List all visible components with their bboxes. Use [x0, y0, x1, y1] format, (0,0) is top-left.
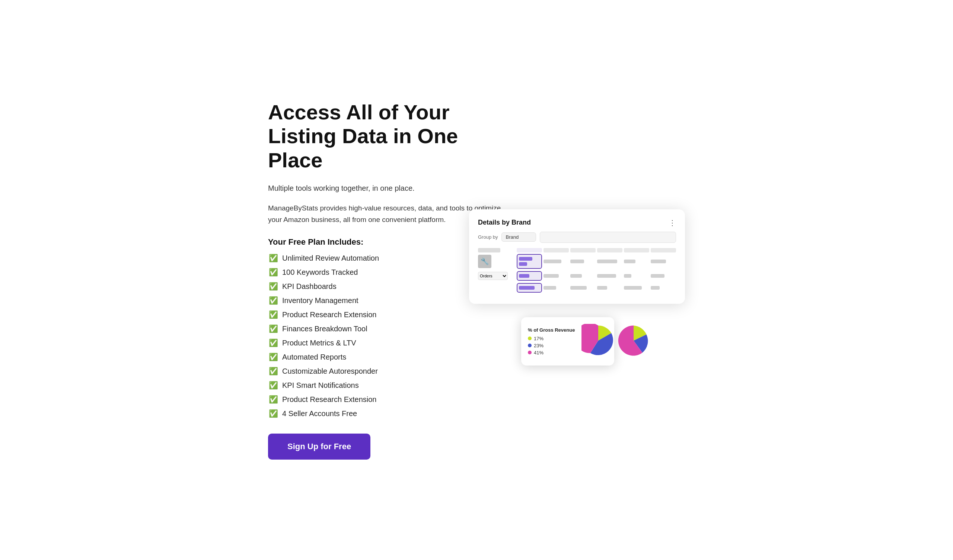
check-icon: ✅ [268, 323, 278, 334]
feature-label: Finances Breakdown Tool [282, 323, 368, 334]
check-icon: ✅ [268, 295, 278, 306]
feature-item: ✅KPI Smart Notifications [268, 380, 506, 390]
dashboard-header: Details by Brand ⋮ [478, 218, 676, 227]
feature-item: ✅Customizable Autoresponder [268, 366, 506, 376]
group-by-row: Group by Brand Category SKU [478, 232, 676, 243]
feature-label: Product Metrics & LTV [282, 338, 356, 348]
feature-label: Product Research Extension [282, 309, 376, 320]
feature-item: ✅Finances Breakdown Tool [268, 323, 506, 334]
check-icon: ✅ [268, 253, 278, 263]
check-icon: ✅ [268, 352, 278, 362]
table-row-2: Orders [478, 271, 676, 281]
feature-label: Product Research Extension [282, 394, 376, 405]
pie-chart-svg [582, 324, 650, 359]
product-image: 🔧 [478, 255, 491, 268]
check-icon: ✅ [268, 408, 278, 419]
page-container: Access All of Your Listing Data in One P… [238, 78, 715, 482]
dashboard-title: Details by Brand [478, 219, 531, 226]
feature-label: Automated Reports [282, 352, 346, 362]
signup-button[interactable]: Sign Up for Free [268, 433, 370, 459]
pie-chart-content: % of Gross Revenue 17% 23% 41% [528, 327, 575, 356]
table-row-3 [478, 283, 676, 292]
selected-column-cell [517, 254, 542, 269]
group-by-select[interactable]: Brand Category SKU [501, 232, 536, 242]
check-icon: ✅ [268, 338, 278, 348]
feature-label: 100 Keywords Tracked [282, 267, 358, 277]
feature-item: ✅Product Research Extension [268, 309, 506, 320]
selected-column-cell-3 [517, 283, 542, 292]
more-options-icon[interactable]: ⋮ [669, 218, 676, 227]
feature-item: ✅Automated Reports [268, 352, 506, 362]
feature-label: KPI Smart Notifications [282, 380, 359, 390]
table-row: 🔧 [478, 254, 676, 269]
check-icon: ✅ [268, 380, 278, 390]
check-icon: ✅ [268, 309, 278, 320]
legend-value-3: 41% [534, 350, 543, 356]
page-title: Access All of Your Listing Data in One P… [268, 101, 506, 172]
selected-column-cell-2 [517, 271, 542, 281]
pie-chart-card: % of Gross Revenue 17% 23% 41% [521, 317, 614, 365]
right-column: Details by Brand ⋮ Group by Brand Catego… [529, 209, 685, 351]
table-area: 🔧 Orders [478, 248, 676, 292]
pie-title: % of Gross Revenue [528, 327, 575, 333]
feature-label: Inventory Management [282, 295, 359, 306]
check-icon: ✅ [268, 281, 278, 292]
subtitle: Multiple tools working together, in one … [268, 183, 506, 194]
check-icon: ✅ [268, 267, 278, 277]
search-bar[interactable] [540, 232, 676, 243]
legend-item-3: 41% [528, 350, 575, 356]
feature-label: Customizable Autoresponder [282, 366, 378, 376]
legend-dot-3 [528, 351, 532, 354]
check-icon: ✅ [268, 366, 278, 376]
dashboard-card: Details by Brand ⋮ Group by Brand Catego… [469, 209, 685, 304]
feature-label: 4 Seller Accounts Free [282, 408, 357, 419]
legend-value-2: 23% [534, 343, 543, 348]
feature-item: ✅4 Seller Accounts Free [268, 408, 506, 419]
feature-label: Unlimited Review Automation [282, 253, 379, 263]
pie-legend: 17% 23% 41% [528, 336, 575, 356]
feature-item: ✅Product Research Extension [268, 394, 506, 405]
legend-item-1: 17% [528, 336, 575, 341]
feature-item: ✅Product Metrics & LTV [268, 338, 506, 348]
legend-item-2: 23% [528, 343, 575, 348]
legend-value-1: 17% [534, 336, 543, 341]
legend-dot-1 [528, 337, 532, 340]
table-header-row [478, 248, 676, 252]
feature-label: KPI Dashboards [282, 281, 337, 292]
row-label: Orders [478, 272, 515, 280]
group-by-label: Group by [478, 234, 498, 240]
row-select[interactable]: Orders [478, 272, 508, 280]
check-icon: ✅ [268, 394, 278, 405]
legend-dot-2 [528, 343, 532, 347]
